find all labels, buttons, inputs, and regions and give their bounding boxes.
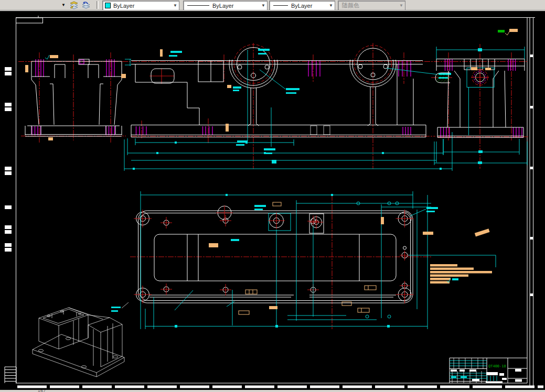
- cad-application-window: ▼ ByLayer ▼ ByL: [0, 0, 545, 392]
- lineweight-control-value: ByLayer: [291, 3, 312, 9]
- toolbar-overflow-arrow-icon[interactable]: ▼: [60, 1, 67, 9]
- properties-toolbar: ▼ ByLayer ▼ ByL: [0, 0, 545, 10]
- title-block: QT400-18: [450, 358, 527, 383]
- chevron-down-icon[interactable]: ▼: [329, 3, 333, 8]
- front-view: [124, 45, 452, 171]
- toolbar-separator: [97, 1, 99, 9]
- color-control-value: ByLayer: [113, 3, 134, 9]
- layer-previous-icon: [82, 1, 90, 9]
- linetype-control-value: ByLayer: [212, 3, 233, 9]
- material-grade-text: QT400-18: [488, 364, 506, 368]
- plan-view: [134, 191, 496, 329]
- revision-ladder: [5, 367, 16, 383]
- chevron-down-icon: ▼: [399, 3, 403, 8]
- bylayer-color-swatch: [105, 3, 111, 8]
- layer-previous-button[interactable]: [81, 1, 91, 9]
- chevron-down-icon[interactable]: ▼: [261, 3, 265, 8]
- make-object-layer-current-button[interactable]: [69, 1, 79, 9]
- status-scribble: +9 /: [38, 390, 45, 392]
- color-control-dropdown[interactable]: ByLayer ▼: [102, 1, 179, 10]
- status-strip: +9 /: [0, 390, 545, 392]
- drawing-canvas[interactable]: QT400-18: [0, 11, 545, 390]
- centerlines: [18, 43, 529, 329]
- chevron-down-icon[interactable]: ▼: [173, 3, 177, 8]
- make-object-layer-current-icon: [70, 1, 78, 9]
- plotstyle-control-dropdown: 随颜色 ▼: [338, 1, 405, 10]
- sheet-border: [5, 16, 543, 387]
- isometric-view: [33, 302, 129, 377]
- margin-ticks: [5, 67, 12, 252]
- lineweight-control-dropdown[interactable]: ByLayer ▼: [269, 1, 335, 10]
- plotstyle-control-value: 随颜色: [342, 2, 359, 9]
- surface-finish-note: [498, 29, 518, 35]
- technical-notes-text: [430, 264, 492, 284]
- lineweight-sample: [273, 5, 288, 6]
- linetype-sample: [187, 5, 209, 6]
- linetype-control-dropdown[interactable]: ByLayer ▼: [183, 1, 268, 10]
